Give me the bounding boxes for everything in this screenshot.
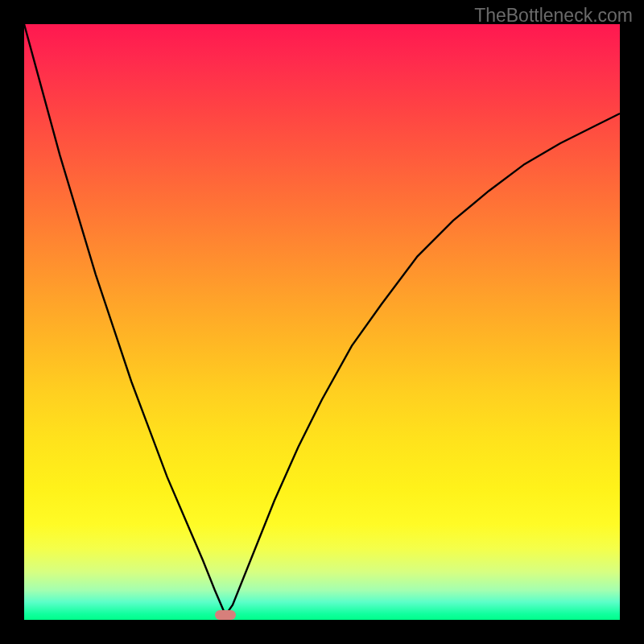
plot-area xyxy=(24,24,620,620)
optimum-marker xyxy=(215,610,236,620)
bottleneck-curve xyxy=(24,24,620,615)
curve-svg xyxy=(24,24,620,620)
watermark-text: TheBottleneck.com xyxy=(474,5,633,27)
